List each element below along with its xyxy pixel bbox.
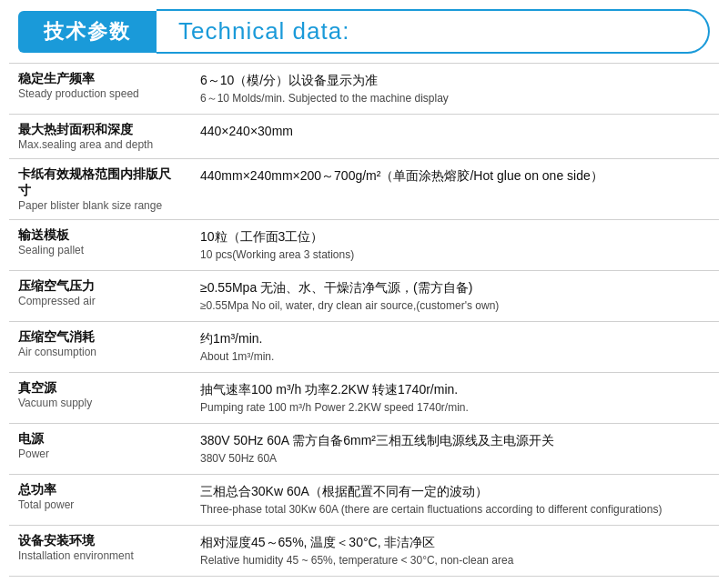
label-en: Air consumption	[18, 346, 182, 358]
table-row: 压缩空气压力Compressed air≥0.55Mpa 无油、水、干燥洁净气源…	[9, 271, 719, 322]
header-title-zh: 技术参数	[18, 11, 157, 53]
value-main: 约1m³/min.	[200, 329, 710, 348]
label-en: Paper blister blank size range	[18, 199, 182, 212]
label-zh: 稳定生产频率	[18, 71, 182, 87]
value-cell: 约1m³/min.About 1m³/min.	[191, 322, 719, 373]
value-main: 380V 50Hz 60A 需方自备6mm²三相五线制电源线及主电源开关	[200, 431, 710, 450]
value-sub: Relative humidity 45 ~ 65%, temperature …	[200, 552, 710, 568]
value-cell: ≥0.55Mpa 无油、水、干燥洁净气源，(需方自备)≥0.55Mpa No o…	[191, 271, 719, 322]
label-zh: 压缩空气压力	[18, 278, 182, 295]
table-row: 压缩空气消耗Air consumption约1m³/min.About 1m³/…	[9, 322, 719, 373]
table-row: 真空源Vacuum supply抽气速率100 m³/h 功率2.2KW 转速1…	[9, 373, 719, 424]
label-zh: 电源	[18, 431, 182, 447]
value-sub: ≥0.55Mpa No oil, water, dry clean air so…	[200, 297, 710, 314]
value-cell: 5440×3200×2200mm	[191, 577, 719, 584]
label-cell: 稳定生产频率Steady production speed	[9, 64, 191, 115]
label-en: Compressed air	[18, 295, 182, 307]
table-row: 稳定生产频率Steady production speed6～10（模/分）以设…	[9, 64, 719, 115]
table-row: 总功率Total power三相总合30Kw 60A（根据配置不同有一定的波动）…	[9, 475, 719, 526]
label-cell: 外型尺寸（长×宽×高）Overall dimension	[9, 577, 191, 584]
label-en: Sealing pallet	[18, 244, 182, 256]
label-cell: 输送模板Sealing pallet	[9, 220, 191, 271]
label-zh: 真空源	[18, 380, 182, 397]
value-cell: 10粒（工作面3工位）10 pcs(Working area 3 station…	[191, 220, 719, 271]
value-cell: 380V 50Hz 60A 需方自备6mm²三相五线制电源线及主电源开关380V…	[191, 424, 719, 475]
label-zh: 输送模板	[18, 227, 182, 244]
label-zh: 设备安装环境	[18, 533, 182, 549]
label-cell: 最大热封面积和深度Max.sealing area and depth	[9, 115, 191, 159]
label-cell: 设备安装环境Installation environment	[9, 526, 191, 577]
value-cell: 相对湿度45～65%, 温度＜30°C, 非洁净区Relative humidi…	[191, 526, 719, 577]
value-sub: Three-phase total 30Kw 60A (there are ce…	[200, 501, 710, 518]
value-main: 440×240×30mm	[200, 122, 710, 141]
table-row: 电源Power380V 50Hz 60A 需方自备6mm²三相五线制电源线及主电…	[9, 424, 719, 475]
label-cell: 真空源Vacuum supply	[9, 373, 191, 424]
value-main: 10粒（工作面3工位）	[200, 227, 710, 246]
value-sub: About 1m³/min.	[200, 348, 710, 365]
value-main: 相对湿度45～65%, 温度＜30°C, 非洁净区	[200, 533, 710, 552]
value-sub: Pumping rate 100 m³/h Power 2.2KW speed …	[200, 399, 710, 416]
value-sub: 10 pcs(Working area 3 stations)	[200, 246, 710, 263]
technical-data-table: 稳定生产频率Steady production speed6～10（模/分）以设…	[9, 63, 719, 583]
page-header: 技术参数 Technical data:	[0, 0, 728, 63]
label-en: Power	[18, 447, 182, 460]
value-cell: 三相总合30Kw 60A（根据配置不同有一定的波动）Three-phase to…	[191, 475, 719, 526]
label-zh: 最大热封面积和深度	[18, 122, 182, 138]
value-sub: 380V 50Hz 60A	[200, 450, 710, 467]
value-cell: 抽气速率100 m³/h 功率2.2KW 转速1740r/min.Pumping…	[191, 373, 719, 424]
label-en: Max.sealing area and depth	[18, 138, 182, 151]
value-cell: 6～10（模/分）以设备显示为准6～10 Molds/min. Subjecte…	[191, 64, 719, 115]
label-zh: 压缩空气消耗	[18, 329, 182, 346]
value-cell: 440×240×30mm	[191, 115, 719, 159]
value-cell: 440mm×240mm×200～700g/m²（单面涂热熔胶/Hot glue …	[191, 159, 719, 220]
label-cell: 卡纸有效规格范围内排版尺寸Paper blister blank size ra…	[9, 159, 191, 220]
header-title-en: Technical data:	[157, 9, 710, 54]
value-main: 6～10（模/分）以设备显示为准	[200, 71, 710, 90]
table-row: 最大热封面积和深度Max.sealing area and depth440×2…	[9, 115, 719, 159]
technical-data-table-container: 稳定生产频率Steady production speed6～10（模/分）以设…	[0, 63, 728, 583]
table-row: 卡纸有效规格范围内排版尺寸Paper blister blank size ra…	[9, 159, 719, 220]
label-en: Installation environment	[18, 549, 182, 562]
value-main: 抽气速率100 m³/h 功率2.2KW 转速1740r/min.	[200, 380, 710, 399]
label-zh: 卡纸有效规格范围内排版尺寸	[18, 166, 182, 199]
value-main: ≥0.55Mpa 无油、水、干燥洁净气源，(需方自备)	[200, 278, 710, 297]
label-zh: 总功率	[18, 482, 182, 498]
label-en: Total power	[18, 498, 182, 511]
table-row: 外型尺寸（长×宽×高）Overall dimension5440×3200×22…	[9, 577, 719, 584]
label-en: Steady production speed	[18, 87, 182, 100]
label-cell: 压缩空气消耗Air consumption	[9, 322, 191, 373]
table-row: 设备安装环境Installation environment相对湿度45～65%…	[9, 526, 719, 577]
label-cell: 总功率Total power	[9, 475, 191, 526]
label-cell: 压缩空气压力Compressed air	[9, 271, 191, 322]
label-cell: 电源Power	[9, 424, 191, 475]
value-sub: 6～10 Molds/min. Subjected to the machine…	[200, 90, 710, 106]
value-main: 三相总合30Kw 60A（根据配置不同有一定的波动）	[200, 482, 710, 501]
table-row: 输送模板Sealing pallet10粒（工作面3工位）10 pcs(Work…	[9, 220, 719, 271]
value-main: 440mm×240mm×200～700g/m²（单面涂热熔胶/Hot glue …	[200, 166, 710, 186]
label-en: Vacuum supply	[18, 397, 182, 409]
